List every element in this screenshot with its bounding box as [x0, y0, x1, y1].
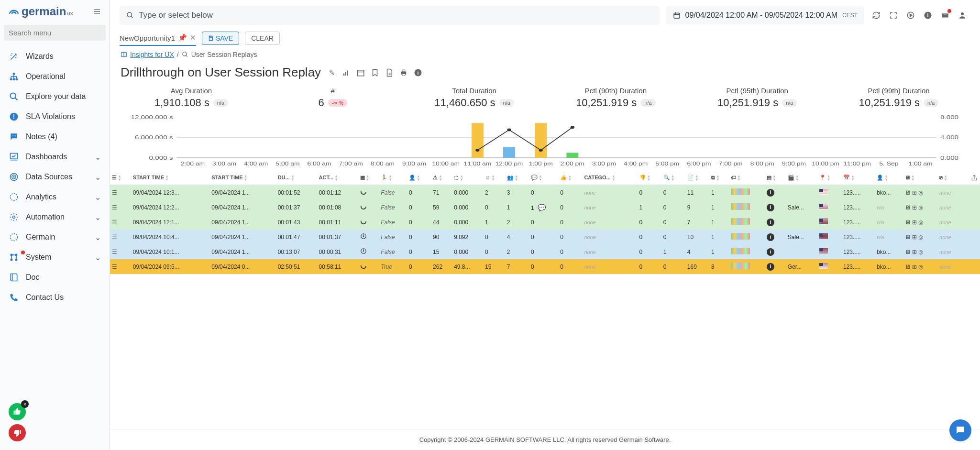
info-title-icon[interactable]: i	[414, 68, 422, 77]
nav-item-operational[interactable]: Operational	[0, 66, 110, 87]
col-chat[interactable]: 💬▲▼	[529, 171, 558, 185]
sort-icon[interactable]: ▲▼	[439, 175, 442, 181]
sort-icon[interactable]: ▲▼	[851, 175, 855, 181]
clear-button[interactable]: CLEAR	[245, 32, 280, 45]
sort-icon[interactable]: ▲▼	[716, 175, 720, 181]
nav-item-analytics[interactable]: Analytics⌄	[0, 187, 110, 207]
nav-item-notes-[interactable]: Notes (4)	[0, 127, 110, 147]
nav-item-sla-violations[interactable]: SLA Violations	[0, 107, 110, 127]
nav-item-dashboards[interactable]: Dashboards⌄	[0, 147, 110, 167]
col-menu[interactable]: ☰▲▼	[110, 171, 131, 185]
col-warn[interactable]: ⚠▲▼	[431, 171, 452, 185]
play-icon[interactable]	[905, 10, 916, 21]
nav-item-automation[interactable]: Automation⌄	[0, 207, 110, 227]
table-row[interactable]: ☰09/04/2024 10:4...09/04/2024 1...00:01:…	[110, 230, 980, 244]
global-search-input[interactable]: Type or select below	[120, 6, 660, 25]
date-range-picker[interactable]: 09/04/2024 12:00 AM - 09/05/2024 12:00 A…	[666, 6, 864, 24]
col-active[interactable]: ACT...▲▼	[317, 171, 358, 185]
sort-icon[interactable]: ▲▼	[911, 175, 915, 181]
bars-icon[interactable]	[342, 68, 351, 77]
sort-icon[interactable]: ▲▼	[515, 175, 518, 181]
col-server[interactable]: ▦▲▼	[358, 171, 379, 185]
nav-item-explore-your-data[interactable]: Explore your data	[0, 87, 110, 107]
hamburger-icon[interactable]	[92, 6, 102, 17]
col-face[interactable]: ☺▲▼	[483, 171, 505, 185]
col-monitor[interactable]: 🖥▲▼	[903, 171, 937, 185]
sort-icon[interactable]: ▲▼	[884, 175, 888, 181]
col-person2[interactable]: 👥▲▼	[505, 171, 529, 185]
col-server2[interactable]: ▤▲▼	[765, 171, 786, 185]
sort-icon[interactable]: ▲▼	[612, 175, 616, 181]
sort-icon[interactable]: ▲▼	[671, 175, 675, 181]
sort-icon[interactable]: ▲▼	[417, 175, 420, 181]
sort-icon[interactable]: ▲▼	[647, 175, 651, 181]
nav-item-doc[interactable]: Doc	[0, 267, 110, 287]
sort-icon[interactable]: ▲▼	[568, 175, 572, 181]
col-category[interactable]: CATEGO...▲▼	[582, 171, 637, 185]
sort-icon[interactable]: ▲▼	[460, 175, 463, 181]
sort-icon[interactable]: ▲▼	[772, 175, 776, 181]
col-search[interactable]: 🔍▲▼	[661, 171, 685, 185]
sort-icon[interactable]: ▲▼	[539, 175, 542, 181]
breadcrumb-link[interactable]: Insights for UX	[130, 51, 174, 58]
close-feedback-icon[interactable]: ×	[21, 400, 29, 408]
nav-item-system[interactable]: System⌄	[0, 247, 110, 267]
col-spinner[interactable]: ◌▲▼	[452, 171, 483, 185]
intercom-button[interactable]	[949, 419, 971, 441]
inbox-icon[interactable]	[940, 10, 950, 21]
calendar-icon[interactable]	[356, 68, 365, 77]
sort-icon[interactable]: ▲▼	[244, 175, 248, 181]
col-tag[interactable]: 🏷▲▼	[729, 171, 765, 185]
nav-item-wizards[interactable]: Wizards	[0, 46, 110, 66]
sort-icon[interactable]: ▲▼	[491, 175, 495, 181]
refresh-icon[interactable]	[871, 10, 881, 21]
edit-icon[interactable]: ✎	[328, 68, 336, 77]
info-icon[interactable]: i	[923, 10, 933, 21]
col-duration[interactable]: DU...▲▼	[276, 171, 317, 185]
col-person[interactable]: 👤▲▼	[407, 171, 431, 185]
table-row[interactable]: ☰09/04/2024 12:1...09/04/2024 1...00:01:…	[110, 215, 980, 230]
sort-icon[interactable]: ▲▼	[795, 175, 799, 181]
sort-icon[interactable]: ▲▼	[695, 175, 699, 181]
thumbs-down-button[interactable]	[9, 424, 26, 441]
csv-icon[interactable]: CSV	[385, 68, 394, 77]
table-row[interactable]: ☰09/04/2024 09:5...09/04/2024 0...02:50:…	[110, 259, 980, 274]
sort-icon[interactable]: ▲▼	[737, 175, 741, 181]
sort-icon[interactable]: ▲▼	[334, 175, 338, 181]
col-person3[interactable]: 👤▲▼	[875, 171, 903, 185]
sort-icon[interactable]: ▲▼	[291, 175, 295, 181]
col-geo[interactable]: 📍▲▼	[817, 171, 841, 185]
col-export[interactable]	[962, 171, 980, 185]
sort-icon[interactable]: ▲▼	[827, 175, 831, 181]
col-dev[interactable]: ⎚▲▼	[937, 171, 962, 185]
col-copy[interactable]: ⧉▲▼	[709, 171, 729, 185]
table-row[interactable]: ☰09/04/2024 10:1...09/04/2024 1...00:13:…	[110, 244, 980, 259]
row-menu-icon[interactable]: ☰	[112, 249, 117, 255]
col-film[interactable]: 🎬▲▼	[786, 171, 817, 185]
tab-newopportunity1[interactable]: NewOpportunity1 📌 ✕	[120, 31, 196, 46]
sort-icon[interactable]: ▲▼	[388, 175, 392, 181]
user-icon[interactable]	[957, 10, 968, 21]
save-button[interactable]: SAVE	[202, 32, 239, 45]
print-icon[interactable]	[399, 68, 408, 77]
row-menu-icon[interactable]: ☰	[112, 263, 117, 270]
sort-icon[interactable]: ▲▼	[118, 175, 121, 181]
col-run[interactable]: 🏃▲▼	[379, 171, 407, 185]
row-menu-icon[interactable]: ☰	[112, 204, 117, 211]
table-row[interactable]: ☰09/04/2024 12:3...09/04/2024 1...00:01:…	[110, 185, 980, 200]
row-menu-icon[interactable]: ☰	[112, 234, 117, 241]
sort-icon[interactable]: ▲▼	[366, 175, 370, 181]
fullscreen-icon[interactable]	[888, 10, 899, 21]
close-tab-icon[interactable]: ✕	[190, 33, 196, 42]
logo[interactable]: germain UX	[7, 5, 73, 18]
row-menu-icon[interactable]: ☰	[112, 219, 117, 226]
col-start-time[interactable]: START TIME▲▼	[131, 171, 210, 185]
nav-item-contact-us[interactable]: Contact Us	[0, 287, 110, 307]
search-menu-input[interactable]: Search menu	[4, 25, 106, 41]
row-menu-icon[interactable]: ☰	[112, 189, 117, 196]
col-cal[interactable]: 📅▲▼	[841, 171, 875, 185]
nav-item-germain[interactable]: Germain⌄	[0, 227, 110, 247]
sort-icon[interactable]: ▲▼	[944, 175, 947, 181]
col-thumbd[interactable]: 👎▲▼	[638, 171, 661, 185]
col-thumb[interactable]: 👍▲▼	[558, 171, 582, 185]
